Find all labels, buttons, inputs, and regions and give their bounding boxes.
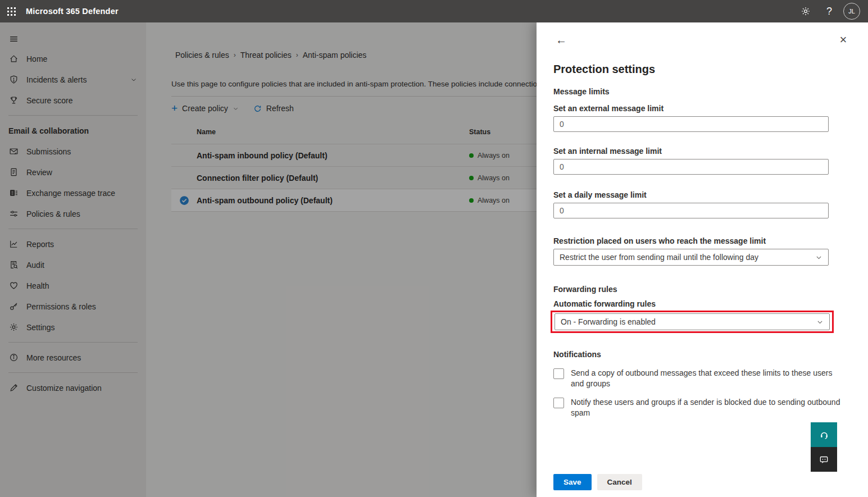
back-arrow-icon: ← (556, 34, 567, 45)
waffle-icon (7, 7, 16, 16)
chevron-down-icon (815, 254, 822, 261)
auto-forwarding-dropdown[interactable]: On - Forwarding is enabled (555, 313, 830, 330)
feedback-button[interactable] (811, 447, 837, 472)
notify-checkbox[interactable] (553, 398, 564, 408)
send-copy-checkbox[interactable] (553, 368, 564, 379)
section-notifications: Notifications (553, 350, 851, 359)
account-avatar[interactable]: JL (843, 3, 860, 20)
daily-limit-input[interactable] (553, 203, 829, 218)
restriction-dropdown-value: Restrict the user from sending mail unti… (560, 253, 815, 262)
chevron-down-icon (816, 318, 824, 326)
send-copy-checkbox-row: Send a copy of outbound messages that ex… (553, 368, 851, 389)
section-message-limits: Message limits (553, 87, 851, 96)
restriction-dropdown[interactable]: Restrict the user from sending mail unti… (553, 249, 829, 266)
auto-forwarding-dropdown-value: On - Forwarding is enabled (561, 317, 816, 326)
save-button[interactable]: Save (553, 474, 592, 490)
close-button[interactable]: × (835, 32, 851, 48)
section-forwarding-rules: Forwarding rules (553, 285, 851, 294)
notify-checkbox-row: Notify these users and groups if a sende… (553, 397, 851, 418)
cancel-button[interactable]: Cancel (597, 474, 642, 490)
daily-limit-label: Set a daily message limit (553, 190, 851, 199)
top-bar: Microsoft 365 Defender ? JL (0, 0, 868, 22)
chat-feedback-icon (819, 454, 829, 465)
support-button[interactable] (811, 422, 837, 447)
help-icon[interactable]: ? (820, 2, 839, 21)
topbar-actions: ? JL (796, 2, 868, 21)
external-limit-label: Set an external message limit (553, 104, 851, 113)
headset-icon (819, 429, 830, 440)
internal-limit-input[interactable] (553, 159, 829, 175)
protection-settings-flyout: ← × Protection settings Message limits S… (537, 22, 868, 497)
flyout-actions: Save Cancel (553, 474, 642, 490)
app-launcher-waffle-icon[interactable] (0, 0, 22, 22)
settings-gear-icon[interactable] (796, 2, 815, 21)
auto-forwarding-label: Automatic forwarding rules (553, 299, 851, 308)
app-title[interactable]: Microsoft 365 Defender (26, 7, 119, 16)
app-window: Microsoft 365 Defender ? JL Home (0, 0, 868, 497)
external-limit-input[interactable] (553, 116, 829, 132)
send-copy-checkbox-label: Send a copy of outbound messages that ex… (571, 368, 840, 389)
back-button[interactable]: ← (553, 32, 569, 48)
flyout-header: ← × (553, 22, 851, 51)
notify-checkbox-label: Notify these users and groups if a sende… (571, 397, 840, 418)
helper-buttons (811, 422, 837, 472)
red-highlight-annotation: On - Forwarding is enabled (551, 311, 834, 333)
internal-limit-label: Set an internal message limit (553, 147, 851, 156)
restriction-label: Restriction placed on users who reach th… (553, 236, 851, 245)
flyout-title: Protection settings (553, 63, 851, 76)
close-icon: × (840, 34, 847, 46)
